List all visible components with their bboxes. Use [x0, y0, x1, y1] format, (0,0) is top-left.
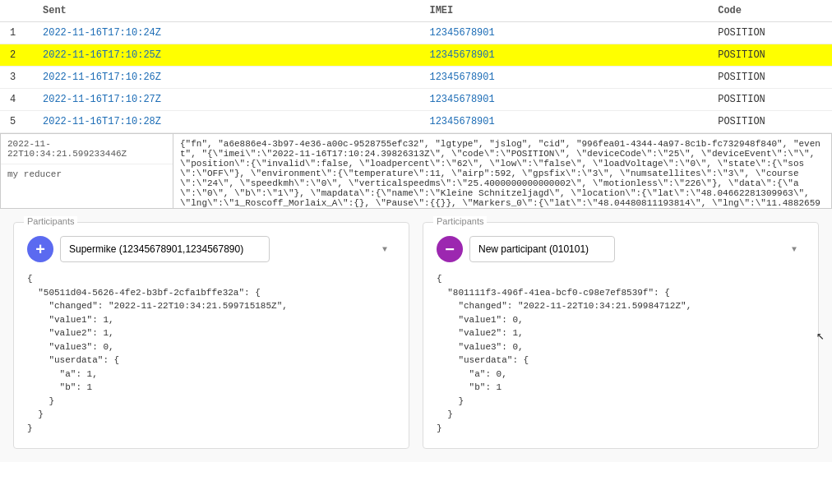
col-num: [0, 0, 33, 22]
participant-panel-2: Participants − New participant (010101) …: [423, 222, 819, 449]
detail-row: 2022-11-22T10:34:21.599233446Z my reduce…: [0, 133, 832, 209]
table-header-row: Sent IMEI Code: [0, 0, 832, 22]
participant-json-2: { "801111f3-496f-41ea-bcf0-c98e7ef8539f"…: [437, 272, 805, 435]
col-sent: Sent: [33, 0, 288, 22]
row-imei[interactable]: 12345678901: [419, 22, 576, 44]
row-number: 5: [0, 111, 33, 133]
participant-select-wrapper-2: New participant (010101): [469, 236, 805, 262]
table-row[interactable]: 1 2022-11-16T17:10:24Z 12345678901 POSIT…: [0, 22, 832, 44]
table-row[interactable]: 5 2022-11-16T17:10:28Z 12345678901 POSIT…: [0, 111, 832, 133]
row-sent[interactable]: 2022-11-16T17:10:26Z: [33, 67, 288, 89]
detail-reducer: my reducer: [1, 164, 173, 208]
row-imei[interactable]: 12345678901: [419, 44, 576, 67]
row-code: POSITION: [708, 89, 832, 111]
row-code: POSITION: [708, 44, 832, 67]
row-number: 2: [0, 44, 33, 67]
row-number: 4: [0, 89, 33, 111]
participants-section: Participants + Supermike (12345678901,12…: [0, 209, 832, 462]
remove-participant-button[interactable]: −: [437, 236, 463, 262]
row-sent[interactable]: 2022-11-16T17:10:27Z: [33, 89, 288, 111]
detail-content: {"fn", "a6e886e4-3b97-4e36-a00c-9528755e…: [173, 134, 831, 208]
row-code: POSITION: [708, 67, 832, 89]
data-table: Sent IMEI Code 1 2022-11-16T17:10:24Z 12…: [0, 0, 832, 133]
detail-left-panel: 2022-11-22T10:34:21.599233446Z my reduce…: [1, 134, 173, 208]
main-container: Sent IMEI Code 1 2022-11-16T17:10:24Z 12…: [0, 0, 832, 462]
table-row[interactable]: 2 2022-11-16T17:10:25Z 12345678901 POSIT…: [0, 44, 832, 67]
participant-row-2: − New participant (010101): [437, 236, 805, 262]
row-number: 3: [0, 67, 33, 89]
participant-select-wrapper-1: Supermike (12345678901,1234567890): [60, 236, 395, 262]
row-imei[interactable]: 12345678901: [419, 67, 576, 89]
participant-select-1[interactable]: Supermike (12345678901,1234567890): [60, 236, 270, 262]
row-code: POSITION: [708, 22, 832, 44]
row-imei[interactable]: 12345678901: [419, 89, 576, 111]
col-spacer1: [288, 0, 419, 22]
row-sent[interactable]: 2022-11-16T17:10:25Z: [33, 44, 288, 67]
participant-select-2[interactable]: New participant (010101): [469, 236, 615, 262]
add-participant-button[interactable]: +: [27, 236, 53, 262]
col-spacer2: [576, 0, 708, 22]
row-sent[interactable]: 2022-11-16T17:10:28Z: [33, 111, 288, 133]
row-code: POSITION: [708, 111, 832, 133]
participant-json-1: { "50511d04-5626-4fe2-b3bf-2cfa1bffe32a"…: [27, 272, 395, 435]
participant-row-1: + Supermike (12345678901,1234567890): [27, 236, 395, 262]
table-row[interactable]: 3 2022-11-16T17:10:26Z 12345678901 POSIT…: [0, 67, 832, 89]
col-code: Code: [708, 0, 832, 22]
col-imei: IMEI: [419, 0, 576, 22]
table-row[interactable]: 4 2022-11-16T17:10:27Z 12345678901 POSIT…: [0, 89, 832, 111]
participant-label-1: Participants: [24, 216, 77, 226]
cursor-icon: ↖: [816, 327, 825, 344]
row-number: 1: [0, 22, 33, 44]
row-sent[interactable]: 2022-11-16T17:10:24Z: [33, 22, 288, 44]
participant-label-2: Participants: [433, 216, 487, 226]
row-imei[interactable]: 12345678901: [419, 111, 576, 133]
detail-date: 2022-11-22T10:34:21.599233446Z: [1, 134, 173, 164]
participant-panel-1: Participants + Supermike (12345678901,12…: [13, 222, 409, 449]
